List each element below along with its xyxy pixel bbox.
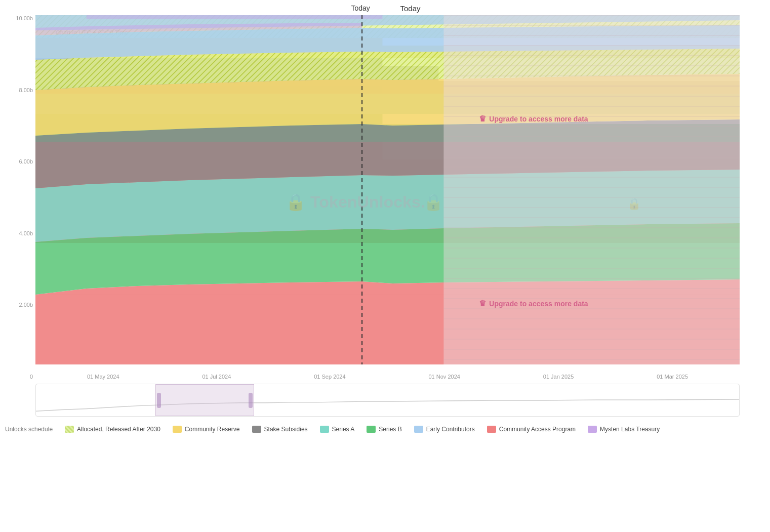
legend-item-allocated: Allocated, Released After 2030 [65, 426, 160, 433]
x-label-sep: 01 Sep 2024 [314, 374, 345, 380]
x-label-jul: 01 Jul 2024 [202, 374, 231, 380]
x-label-may: 01 May 2024 [87, 374, 119, 380]
navigator-handle-right[interactable] [249, 393, 253, 408]
legend-item-early-contributors: Early Contributors [414, 426, 475, 433]
y-label-8: 8.00b [8, 87, 33, 93]
legend-label-mysten-treasury: Mysten Labs Treasury [600, 426, 660, 433]
legend-label-community-access: Community Access Program [499, 426, 576, 433]
legend-item-mysten-treasury: Mysten Labs Treasury [588, 426, 660, 433]
legend-item-community-access: Community Access Program [487, 426, 576, 433]
y-label-6: 6.00b [8, 158, 33, 165]
x-label-jan: 01 Jan 2025 [543, 374, 574, 380]
legend-color-community-reserve [173, 426, 182, 433]
legend-color-allocated [65, 426, 74, 433]
y-label-2: 2.00b [8, 302, 33, 308]
svg-rect-24 [443, 15, 740, 364]
today-marker-label: Today [351, 4, 370, 12]
legend-label-allocated: Allocated, Released After 2030 [77, 426, 160, 433]
legend-color-community-access [487, 426, 496, 433]
svg-text:🔒 TokenUnlocks.: 🔒 TokenUnlocks. [286, 192, 425, 212]
svg-text:🔒: 🔒 [423, 192, 444, 212]
legend-item-series-b: Series B [367, 426, 401, 433]
y-label-0: 0 [8, 374, 33, 380]
legend: Unlocks schedule Allocated, Released Aft… [0, 426, 770, 443]
navigator-window[interactable] [155, 384, 254, 416]
legend-label-community-reserve: Community Reserve [185, 426, 240, 433]
legend-label-stake: Stake Subsidies [264, 426, 308, 433]
legend-label-series-b: Series B [379, 426, 401, 433]
main-chart-svg: 🔒 TokenUnlocks. 🔒 🔒 [35, 15, 740, 364]
navigator-handle-left[interactable] [157, 393, 161, 408]
x-axis: 01 May 2024 01 Jul 2024 01 Sep 2024 01 N… [35, 374, 740, 380]
y-label-4: 4.00b [8, 230, 33, 236]
legend-label-series-a: Series A [332, 426, 355, 433]
y-label-10: 10.00b [8, 15, 33, 21]
y-axis: 0 2.00b 4.00b 6.00b 8.00b 10.00b [8, 15, 33, 380]
today-label: Today [400, 4, 421, 13]
legend-color-stake [252, 426, 261, 433]
chart-area: 0 2.00b 4.00b 6.00b 8.00b 10.00b [35, 15, 740, 380]
legend-label: Unlocks schedule [5, 426, 53, 433]
chart-navigator[interactable] [35, 384, 740, 417]
legend-item-community-reserve: Community Reserve [173, 426, 240, 433]
legend-item-stake: Stake Subsidies [252, 426, 308, 433]
today-text: Today [400, 4, 421, 13]
legend-label-early-contributors: Early Contributors [426, 426, 475, 433]
x-label-mar: 01 Mar 2025 [657, 374, 688, 380]
navigator-svg [36, 384, 739, 416]
legend-color-early-contributors [414, 426, 423, 433]
chart-container: Today Chart in UTC + 00:00 Time 0 2.00b … [0, 0, 770, 417]
x-label-nov: 01 Nov 2024 [429, 374, 460, 380]
legend-color-series-a [320, 426, 329, 433]
svg-text:🔒: 🔒 [627, 197, 641, 211]
legend-color-series-b [367, 426, 376, 433]
legend-title: Unlocks schedule [5, 426, 53, 433]
legend-color-mysten-treasury [588, 426, 597, 433]
legend-item-series-a: Series A [320, 426, 355, 433]
